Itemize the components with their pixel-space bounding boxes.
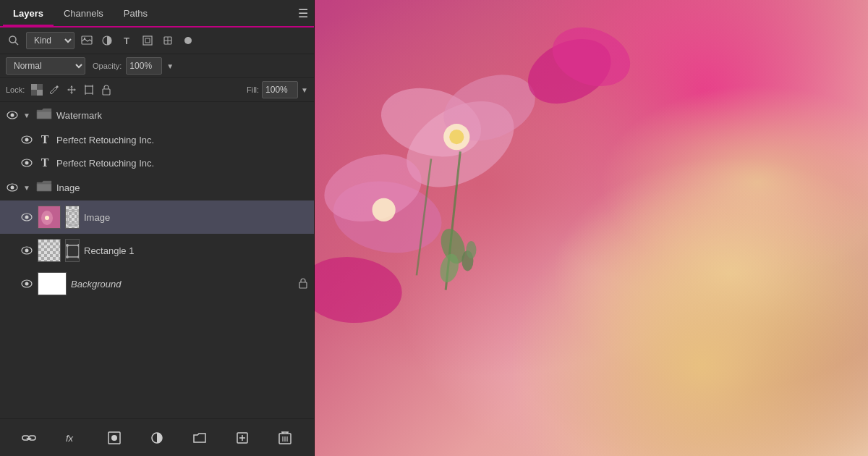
rectangle-shape-thumb [65,239,80,262]
svg-line-1 [15,42,18,45]
delete-layer-button[interactable] [275,428,295,448]
visibility-rectangle[interactable] [20,244,33,257]
image-layer-thumbnail [38,206,61,229]
bottom-toolbar: fx [0,418,314,456]
search-icon [6,33,22,48]
fill-dropdown-arrow[interactable]: ▼ [301,86,308,94]
tab-paths[interactable]: Paths [114,2,158,25]
svg-point-3 [84,38,85,39]
background-thumbnail [38,272,67,295]
lock-row: Lock: [0,78,314,102]
new-group-button[interactable] [190,428,210,448]
svg-rect-6 [143,36,152,45]
svg-rect-15 [31,90,37,96]
visibility-inage[interactable] [6,181,19,194]
layers-list: ▼ Watermark T Perfect Retouching Inc. T … [0,102,314,418]
folder-watermark-icon [36,107,52,123]
filter-pixel-icon[interactable] [79,33,95,48]
layer-effects-button[interactable]: fx [61,428,82,448]
svg-point-41 [25,249,29,253]
tab-channels[interactable]: Channels [54,2,114,25]
folder-inage-icon [36,180,52,195]
layers-panel: Layers Channels Paths ☰ Kind Name Effect… [0,0,315,456]
filter-shape-icon[interactable] [140,33,156,48]
svg-point-33 [25,216,29,219]
svg-point-0 [9,36,16,43]
layer-watermark-group[interactable]: ▼ Watermark [0,102,314,128]
svg-point-43 [66,244,69,247]
svg-rect-18 [85,86,93,93]
svg-point-44 [77,244,80,247]
new-layer-button[interactable] [232,428,252,448]
svg-rect-49 [299,282,307,288]
blend-mode-row: Normal Multiply Screen Overlay Opacity: … [0,54,314,78]
svg-point-27 [25,138,29,142]
visibility-watermark[interactable] [6,109,19,122]
expand-inage[interactable]: ▼ [23,184,32,192]
text-icon-1: T [38,133,52,146]
opacity-label: Opacity: [93,62,122,70]
tab-layers[interactable]: Layers [3,2,54,26]
svg-rect-42 [67,245,79,257]
opacity-input[interactable] [126,57,162,75]
svg-point-29 [25,161,29,165]
lock-label: Lock: [6,85,25,94]
filter-dot-icon[interactable] [180,33,196,48]
layer-rectangle[interactable]: Rectangle 1 [0,234,314,267]
layer-text-2-name: Perfect Retouching Inc. [56,158,308,169]
lock-all-icon[interactable] [100,83,113,96]
rectangle-thumbnail [38,239,61,262]
opacity-dropdown-arrow[interactable]: ▼ [166,62,174,70]
layer-image[interactable]: Image [0,200,314,234]
add-mask-button[interactable] [104,428,124,448]
filter-smart-icon[interactable] [160,33,176,48]
tabs-bar: Layers Channels Paths ☰ [0,0,314,28]
lock-transparent-icon[interactable] [30,83,43,96]
svg-point-31 [11,186,14,190]
visibility-background[interactable] [20,277,33,290]
svg-text:T: T [124,35,129,46]
layer-inage-group[interactable]: ▼ Inage [0,174,314,200]
visibility-text-2[interactable] [20,156,33,169]
panel-menu-icon[interactable]: ☰ [298,7,308,20]
svg-rect-12 [31,84,37,90]
link-layers-button[interactable] [19,428,39,448]
filter-kind-select[interactable]: Kind Name Effect Mode [26,32,75,49]
lock-position-icon[interactable] [65,83,78,96]
filter-text-icon[interactable]: T [119,33,135,48]
layer-text-1-name: Perfect Retouching Inc. [56,135,308,145]
svg-text:fx: fx [66,433,74,444]
lock-image-icon[interactable] [48,83,61,96]
layer-text-2[interactable]: T Perfect Retouching Inc. [0,151,314,174]
image-panel [315,0,868,456]
layer-rectangle-name: Rectangle 1 [84,245,308,256]
svg-point-45 [66,256,69,258]
svg-point-48 [25,282,29,286]
image-layer-mask [65,206,80,229]
background-lock-icon [298,277,308,291]
expand-watermark[interactable]: ▼ [23,111,32,119]
face-overlay [315,0,868,456]
layer-background[interactable]: Background [0,267,314,300]
visibility-text-1[interactable] [20,133,33,146]
lock-icons [30,83,113,96]
layer-watermark-name: Watermark [56,110,308,121]
layer-inage-name: Inage [56,182,308,193]
svg-point-11 [184,37,192,44]
lock-artboard-icon[interactable] [82,83,95,96]
fill-input[interactable] [262,81,298,98]
svg-rect-23 [103,89,110,95]
filter-row: Kind Name Effect Mode T [0,28,314,54]
filter-adjustment-icon[interactable] [99,33,115,48]
layer-image-name: Image [84,212,308,223]
new-adjustment-button[interactable] [147,428,167,448]
fill-label: Fill: [247,85,259,94]
svg-point-25 [11,114,14,117]
svg-rect-13 [37,90,43,96]
svg-point-46 [77,256,80,258]
svg-rect-14 [37,84,43,90]
visibility-image[interactable] [20,211,33,224]
svg-point-52 [111,435,117,441]
blend-mode-select[interactable]: Normal Multiply Screen Overlay [6,57,85,75]
layer-text-1[interactable]: T Perfect Retouching Inc. [0,128,314,151]
